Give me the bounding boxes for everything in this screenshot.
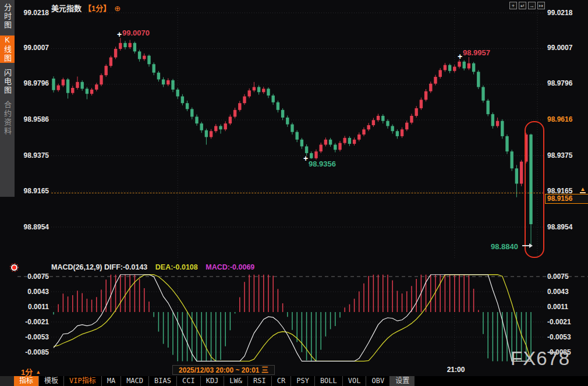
price-tick-left: 98.8954 (17, 222, 49, 232)
crosshair-icon[interactable]: + (509, 2, 517, 9)
symbol-name: 美元指数 (51, 4, 82, 13)
tab-bar-spacer (0, 376, 14, 386)
expand-icon[interactable]: ⊕ (114, 4, 121, 13)
swing-low-label: 98.9356 (309, 160, 336, 168)
trading-app-window: 分时图 K线图 闪电图 合约资料 美元指数【1分】⊕ + ↵ → ↦ 99.02… (0, 0, 588, 386)
macd-tick-left: -0.0053 (17, 332, 49, 342)
watermark: FX678 (511, 348, 570, 370)
zoom-select-icon[interactable]: ↵ (519, 2, 526, 9)
macd-bar-value: MACD:-0.0069 (206, 263, 254, 271)
chart-mode-sidebar: 分时图 K线图 闪电图 合约资料 (0, 0, 15, 197)
price-tick-left: 98.9796 (17, 79, 49, 88)
session-low-label: 98.8840 (491, 242, 518, 251)
macd-tick-left: 0.0075 (17, 272, 49, 281)
price-tick-right: 98.8954 (547, 222, 572, 232)
shift-right-icon[interactable]: ↦ (537, 2, 545, 9)
macd-indicator-header: MACD(26,12,9) DIFF:-0.0143 DEA:-0.0108 M… (51, 263, 254, 271)
tab-boll[interactable]: BOLL (314, 376, 342, 386)
tab-vol[interactable]: VOL (342, 376, 366, 386)
sidebar-item-flash-chart[interactable]: 闪电图 (0, 69, 15, 95)
price-tick-left: 99.0218 (17, 8, 49, 17)
tab-indicators[interactable]: 指标 (14, 376, 38, 386)
candles-layer (52, 38, 532, 246)
price-tick-left: 99.0007 (17, 43, 49, 52)
price-up-arrow-icon: ▲ (580, 186, 586, 193)
tab-rsi[interactable]: RSI (247, 376, 271, 386)
price-tick-right: 99.0218 (547, 8, 572, 17)
macd-tick-right: 0.0043 (547, 287, 569, 296)
macd-tick-right: -0.0021 (547, 317, 571, 327)
tab-ma[interactable]: MA (101, 376, 121, 386)
swing-high-label: 99.0070 (122, 29, 150, 37)
low-pointer-arrow-icon (529, 243, 533, 248)
price-tick-right: 99.0007 (547, 43, 572, 52)
tab-settings[interactable]: 设置 (389, 376, 415, 386)
price-tick-left: 98.9586 (17, 115, 49, 124)
interval-label: 【1分】 (84, 4, 111, 13)
alert-dot-icon (11, 264, 17, 271)
tab-lw[interactable]: LW& (224, 376, 247, 386)
tab-obv[interactable]: OBV (366, 376, 389, 386)
tab-psy[interactable]: PSY (291, 376, 314, 386)
macd-tick-right: 0.0011 (547, 302, 568, 311)
tab-kdj[interactable]: KDJ (200, 376, 224, 386)
price-tick-left: 98.9375 (17, 151, 49, 160)
price-tick-right: 98.9796 (547, 79, 572, 88)
macd-tick-left: 0.0011 (17, 302, 49, 311)
zoom-run-icon[interactable]: → (528, 2, 536, 9)
price-tick-left: 98.9165 (17, 186, 49, 196)
tab-cr[interactable]: CR (271, 376, 291, 386)
price-tick-right: 98.9375 (547, 151, 572, 160)
time-axis-label: 21:00 (442, 366, 469, 374)
tab-macd[interactable]: MACD (121, 376, 148, 386)
macd-tick-left: -0.0021 (17, 317, 49, 327)
price-tick-right-highlight: 98.9616 (547, 115, 572, 124)
macd-params-diff: MACD(26,12,9) DIFF:-0.0143 (51, 263, 147, 271)
low-pointer-line (522, 245, 529, 246)
tab-templates[interactable]: 模板 (38, 376, 63, 386)
macd-layer (54, 275, 531, 362)
tab-cci[interactable]: CCI (176, 376, 200, 386)
macd-tick-left: 0.0043 (17, 287, 49, 296)
highlight-ellipse (525, 121, 544, 258)
period-dropdown-icon: ▲ (36, 369, 41, 375)
macd-tick-left: -0.0085 (17, 348, 49, 357)
swing-high-cross-marker: + (458, 52, 462, 61)
swing-low-cross-marker: + (303, 154, 308, 162)
tab-vip-indicators[interactable]: VIP指标 (63, 376, 101, 386)
macd-dea-value: DEA:-0.0108 (155, 263, 198, 271)
swing-high-cross-marker: + (117, 30, 122, 38)
chart-title: 美元指数【1分】⊕ (51, 2, 121, 13)
macd-tick-right: -0.0053 (547, 332, 571, 342)
chart-toolbar: + ↵ → ↦ (509, 2, 545, 9)
sidebar-item-kline-chart[interactable]: K线图 (0, 36, 15, 63)
swing-high-label: 98.9957 (463, 48, 490, 57)
current-price-box: 98.9156 (545, 194, 588, 204)
macd-tick-right: 0.0075 (547, 272, 569, 281)
sidebar-item-time-chart[interactable]: 分时图 (0, 3, 15, 30)
candle-info-box: 2025/12/03 20:00 ~ 20:01 三 (172, 365, 275, 375)
tab-bias[interactable]: BIAS (148, 376, 176, 386)
indicator-tab-bar: 指标 模板 VIP指标 MA MACD BIAS CCI KDJ LW& RSI… (0, 376, 588, 386)
sidebar-item-contract-info[interactable]: 合约资料 (0, 101, 15, 136)
current-price-dashed-line (51, 193, 544, 193)
